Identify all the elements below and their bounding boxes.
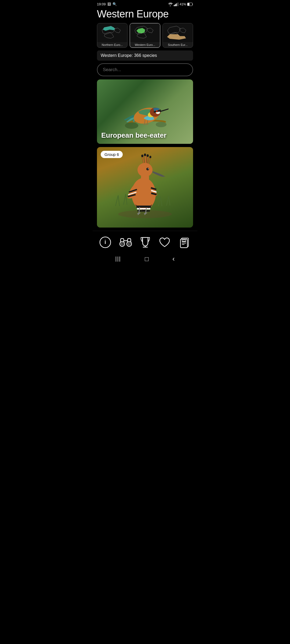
- region-name-western: Western Euro...: [130, 42, 160, 47]
- photo-icon: 🖼: [107, 2, 111, 6]
- nav-favorites-button[interactable]: [158, 236, 172, 249]
- region-name-southern: Southern Eur...: [163, 42, 193, 47]
- signal-icon: [174, 2, 179, 6]
- svg-point-12: [156, 111, 157, 111]
- bottom-navigation: i: [93, 231, 197, 252]
- status-right: 41%: [168, 2, 193, 6]
- android-navigation-bar: ||| □ ‹: [93, 252, 197, 267]
- svg-rect-2: [176, 3, 177, 6]
- svg-point-16: [141, 155, 143, 157]
- search-container: [93, 63, 197, 79]
- group-card[interactable]: Group 6: [97, 147, 193, 228]
- region-card-northern[interactable]: Northern Euro...: [97, 23, 128, 48]
- region-map-western: [130, 23, 160, 42]
- group-card-background: [97, 147, 193, 228]
- android-home-button[interactable]: □: [145, 255, 149, 263]
- time: 19:09: [97, 2, 106, 6]
- svg-point-11: [156, 110, 158, 112]
- region-name-northern: Northern Euro...: [97, 42, 127, 47]
- region-map-northern: [97, 23, 127, 42]
- nav-info-button[interactable]: i: [98, 235, 112, 249]
- battery-icon: [187, 3, 193, 6]
- svg-rect-1: [175, 4, 176, 6]
- svg-rect-3: [177, 3, 178, 6]
- svg-rect-0: [174, 5, 175, 6]
- wifi-icon: [168, 2, 173, 6]
- page-title: Western Europe: [93, 7, 197, 23]
- featured-bird-name: European bee-eater: [101, 131, 166, 140]
- region-card-western[interactable]: Western Euro...: [130, 23, 160, 48]
- svg-point-30: [128, 243, 130, 245]
- svg-point-18: [147, 154, 149, 157]
- nav-field-guide-button[interactable]: [178, 235, 192, 249]
- status-bar: 19:09 🖼 🔍 41%: [93, 0, 197, 7]
- battery-percent: 41%: [180, 2, 186, 6]
- svg-point-17: [144, 153, 146, 156]
- nav-trophy-button[interactable]: [139, 235, 152, 249]
- search-input[interactable]: [97, 63, 193, 76]
- group-badge: Group 6: [101, 151, 123, 158]
- species-number: 366 species: [134, 53, 157, 58]
- svg-point-22: [148, 168, 149, 169]
- nav-binoculars-button[interactable]: [118, 236, 133, 249]
- search-status-icon: 🔍: [113, 2, 117, 6]
- svg-point-14: [156, 122, 166, 127]
- region-map-southern: [163, 23, 193, 42]
- svg-point-20: [137, 163, 153, 177]
- region-selector: Northern Euro... Western Euro... S: [93, 23, 197, 50]
- featured-bird-card[interactable]: European bee-eater: [97, 79, 193, 144]
- svg-point-13: [125, 122, 138, 129]
- svg-rect-6: [188, 3, 190, 5]
- species-count-bar: Western Europe: 366 species: [97, 50, 193, 61]
- android-back-button[interactable]: ‹: [172, 255, 175, 263]
- status-left: 19:09 🖼 🔍: [97, 2, 117, 6]
- region-card-southern[interactable]: Southern Eur...: [162, 23, 193, 48]
- svg-rect-4: [178, 2, 179, 6]
- android-recent-button[interactable]: |||: [115, 256, 121, 262]
- group-bird-image: [97, 147, 193, 228]
- svg-point-28: [121, 243, 123, 245]
- svg-point-19: [150, 156, 151, 158]
- species-region-label: Western Europe:: [101, 53, 133, 58]
- svg-text:i: i: [104, 239, 106, 245]
- svg-rect-32: [180, 239, 187, 248]
